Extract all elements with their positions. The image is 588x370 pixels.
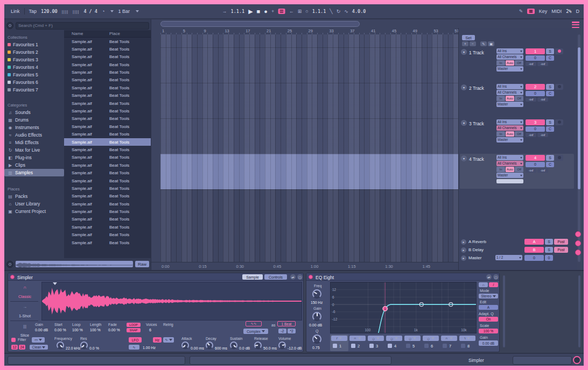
save-preset-icon[interactable]: ▢ bbox=[493, 274, 499, 280]
warp-button[interactable]: ∿∿ bbox=[246, 321, 262, 326]
file-row[interactable]: Sample.aifBeat Tools bbox=[64, 138, 151, 146]
midi-map-button[interactable]: MIDI bbox=[551, 9, 562, 14]
category-item-plug-ins[interactable]: ◧Plug-ins bbox=[4, 154, 64, 161]
post-toggle[interactable]: Post bbox=[554, 239, 568, 245]
warp-mode-chooser[interactable]: Complex bbox=[243, 329, 268, 334]
capture-midi-button[interactable]: ○ bbox=[305, 9, 308, 14]
draw-automation-button[interactable]: ✎ bbox=[480, 41, 487, 46]
track-header-3[interactable]: ▾3 TrackAll InsAll ChannelsInAutoOffMast… bbox=[460, 118, 574, 153]
chevron-down-icon[interactable] bbox=[110, 10, 114, 12]
monitor-off-button[interactable]: Off bbox=[515, 60, 523, 66]
arm-record-button[interactable] bbox=[555, 84, 563, 90]
place-item-user-library[interactable]: ⌂User Library bbox=[4, 200, 64, 208]
eq-band-5[interactable]: ◇5 bbox=[403, 335, 422, 351]
quantize-menu[interactable]: 1 Bar bbox=[118, 9, 130, 14]
eq-frequency-display[interactable]: 1 12 6 0 -6 -12 100 1k 10k bbox=[330, 282, 477, 333]
menu-icon[interactable] bbox=[572, 22, 579, 28]
place-item-current-project[interactable]: ▣Current Project bbox=[4, 208, 64, 215]
collection-item[interactable]: Favourites 7 bbox=[4, 86, 64, 94]
arm-record-button[interactable] bbox=[555, 48, 563, 54]
monitor-auto-button[interactable]: Auto bbox=[506, 131, 514, 137]
collection-item[interactable]: Favourites 3 bbox=[4, 56, 64, 63]
filter-shape-chooser[interactable]: ▭ bbox=[32, 337, 45, 343]
solo-button[interactable]: S bbox=[546, 48, 554, 54]
place-column-header[interactable]: Place bbox=[109, 31, 120, 36]
file-row[interactable]: Sample.aifBeat Tools bbox=[64, 99, 151, 107]
eq-band-6[interactable]: ◇6 bbox=[422, 335, 440, 351]
file-row[interactable]: Sample.aifBeat Tools bbox=[64, 53, 151, 61]
pan-field[interactable]: C bbox=[546, 126, 554, 132]
fade-value[interactable]: 0.00 % bbox=[108, 328, 120, 332]
session-record-button[interactable]: ⊞ bbox=[298, 9, 302, 14]
punch-in-icon[interactable]: ╲ bbox=[330, 9, 332, 14]
filter-shape-chooser[interactable]: ◇ bbox=[423, 336, 439, 341]
retrig-toggle[interactable]: Retrig bbox=[163, 323, 173, 326]
eq-band-4[interactable]: ◇4 bbox=[385, 335, 403, 351]
collection-item[interactable]: Favourites 5 bbox=[4, 71, 64, 79]
solo-button[interactable]: S bbox=[546, 84, 554, 90]
output-gain-field[interactable]: 0.00 dB bbox=[479, 340, 498, 346]
monitor-in-button[interactable]: In bbox=[496, 167, 505, 172]
category-item-midi-effects[interactable]: ≡Midi Effects bbox=[4, 139, 64, 146]
master-output-chooser[interactable]: 1 / 2 bbox=[495, 255, 522, 260]
file-row[interactable]: Sample.aifBeat Tools bbox=[64, 223, 151, 231]
track-channel-chooser[interactable]: All Channels bbox=[496, 54, 523, 60]
loop-switch[interactable]: ↻ bbox=[337, 9, 341, 14]
return-activator-button[interactable]: A bbox=[524, 239, 544, 245]
track-expand-button[interactable]: ▸ bbox=[461, 255, 466, 261]
band-toggle[interactable] bbox=[406, 344, 410, 348]
category-item-samples[interactable]: ▥Samples bbox=[4, 169, 64, 176]
back-to-arrangement-button[interactable]: ← bbox=[289, 9, 294, 14]
filter-toggle[interactable] bbox=[11, 338, 16, 342]
computer-midi-keyboard-icon[interactable]: ▦ bbox=[527, 9, 535, 15]
track-input-chooser[interactable]: All Ins bbox=[496, 48, 523, 54]
return-track-header-a[interactable]: ▸A ReverbASPost bbox=[460, 238, 574, 245]
volume-field[interactable]: 0 bbox=[526, 91, 545, 97]
release-knob[interactable] bbox=[254, 341, 262, 349]
adapt-q-toggle[interactable]: On bbox=[479, 317, 498, 322]
monitor-in-button[interactable]: In bbox=[496, 96, 505, 101]
scale-field[interactable]: 100 % bbox=[479, 329, 498, 333]
cue-volume-field[interactable]: 0 bbox=[545, 255, 553, 261]
link-button[interactable]: Link bbox=[11, 9, 20, 14]
set-locator-button[interactable]: Set bbox=[462, 35, 475, 40]
voices-value[interactable]: 6 bbox=[149, 328, 151, 332]
file-row[interactable]: Sample.aifBeat Tools bbox=[64, 184, 151, 192]
sustain-knob[interactable] bbox=[230, 341, 237, 349]
eq-band-1[interactable]: /1 bbox=[330, 335, 348, 351]
hot-swap-icon[interactable]: ⇄ bbox=[290, 274, 296, 280]
volume-field[interactable]: 0 bbox=[526, 162, 545, 168]
play-button[interactable]: ▶ bbox=[248, 9, 253, 15]
file-row[interactable]: Sample.aifBeat Tools bbox=[64, 38, 151, 45]
place-item-packs[interactable]: ▤Packs bbox=[4, 193, 64, 200]
track-activator-button[interactable]: 2 bbox=[526, 84, 545, 90]
punch-out-icon[interactable]: ∿ bbox=[344, 9, 348, 14]
time-signature-field[interactable]: 4 / 4 bbox=[83, 9, 97, 14]
record-button[interactable]: ● bbox=[264, 9, 268, 15]
mode-one-shot[interactable]: → 1-Shot bbox=[9, 304, 40, 319]
solo-button[interactable]: S bbox=[546, 119, 554, 125]
beats-field[interactable]: 1 Beat bbox=[277, 321, 296, 326]
arm-record-button[interactable] bbox=[555, 155, 563, 161]
key-map-button[interactable]: Key bbox=[539, 9, 548, 14]
monitor-in-button[interactable]: In bbox=[496, 131, 505, 137]
preview-waveform[interactable] bbox=[16, 261, 133, 267]
nudge-up-button[interactable]: |||| bbox=[73, 9, 79, 14]
file-row[interactable]: Sample.aifBeat Tools bbox=[64, 69, 151, 76]
nudge-down-button[interactable]: |||| bbox=[62, 9, 68, 14]
follow-icon[interactable]: → bbox=[222, 9, 227, 14]
loop-length-field[interactable]: 4.0.0 bbox=[352, 9, 366, 14]
browser-back-button[interactable] bbox=[6, 22, 13, 29]
band-toggle[interactable] bbox=[333, 344, 337, 348]
monitor-in-button[interactable]: In bbox=[496, 60, 505, 66]
collection-item[interactable]: Favourites 2 bbox=[4, 48, 64, 56]
solo-button[interactable]: S bbox=[545, 239, 553, 245]
track-collapse-button[interactable]: ▾ bbox=[461, 120, 467, 126]
show-sends-toggle[interactable] bbox=[575, 240, 581, 246]
eq-band-8[interactable]: \8 bbox=[458, 335, 477, 351]
track-output-chooser[interactable]: Master bbox=[496, 66, 523, 72]
hot-swap-icon[interactable]: ⇄ bbox=[486, 274, 492, 280]
loop-start-field[interactable]: 1.1.1 bbox=[312, 9, 326, 14]
slope-24-button[interactable]: 24 bbox=[19, 345, 25, 350]
file-row[interactable]: Sample.aifBeat Tools bbox=[64, 177, 151, 184]
